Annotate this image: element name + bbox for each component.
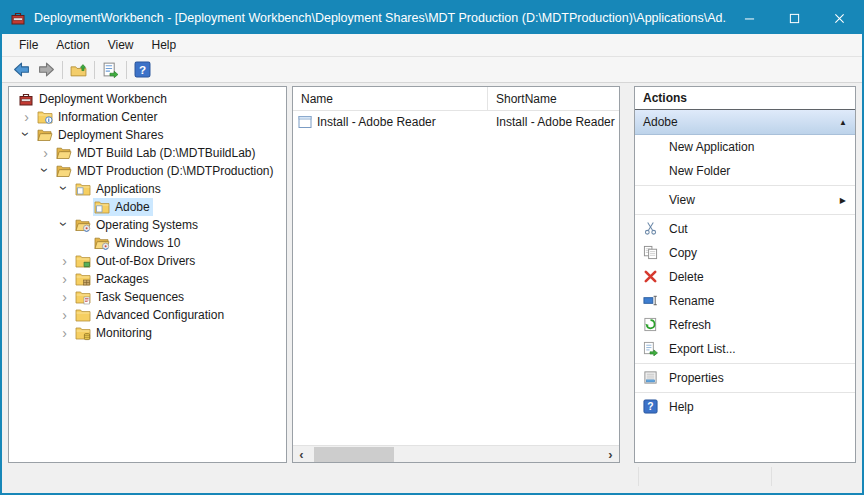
separator <box>94 61 95 79</box>
chevron-right-icon[interactable] <box>55 325 74 341</box>
list-row[interactable]: Install - Adobe Reader Install - Adobe R… <box>293 111 619 132</box>
action-item-label: Refresh <box>663 318 711 332</box>
title-bar[interactable]: DeploymentWorkbench - [Deployment Workbe… <box>2 2 862 34</box>
action-item[interactable]: Export List... ▶ <box>635 337 855 361</box>
chevron-right-icon[interactable] <box>36 145 55 161</box>
chevron-right-icon[interactable] <box>55 271 74 287</box>
toolbar-button[interactable]: ? <box>130 59 155 81</box>
submenu-arrow-icon: ▶ <box>840 196 846 205</box>
action-item[interactable]: ? Help ▶ <box>635 395 855 419</box>
tree-item[interactable]: Advanced Configuration <box>9 306 286 324</box>
chevron-down-icon[interactable] <box>55 181 74 197</box>
tree-item-label: Monitoring <box>96 326 152 340</box>
actions-group-label: Adobe <box>643 115 839 129</box>
action-item[interactable]: Refresh ▶ <box>635 313 855 337</box>
tree-item-label: Operating Systems <box>96 218 198 232</box>
chevron-right-icon[interactable] <box>55 253 74 269</box>
action-item-label: View <box>663 193 695 207</box>
window-button[interactable] <box>817 2 862 34</box>
action-item-label: Rename <box>663 294 714 308</box>
separator <box>62 61 63 79</box>
chevron-placeholder[interactable] <box>74 199 93 215</box>
tree-item-label: Packages <box>96 272 149 286</box>
toolbar-button[interactable] <box>98 59 123 81</box>
list-rows: Install - Adobe Reader Install - Adobe R… <box>293 111 619 132</box>
action-item[interactable]: View ▶ <box>635 188 855 212</box>
action-item[interactable]: Copy ▶ <box>635 241 855 265</box>
action-item[interactable]: New Application ▶ <box>635 135 855 159</box>
column-header-name[interactable]: Name <box>293 87 488 110</box>
console-tree-pane: Deployment Workbench Information Center … <box>8 86 287 463</box>
scrollbar-thumb[interactable] <box>314 447 394 462</box>
rename-icon <box>643 293 663 309</box>
tree-item[interactable]: Windows 10 <box>9 234 286 252</box>
separator <box>635 363 855 364</box>
list-row-name: Install - Adobe Reader <box>317 115 436 129</box>
export-list-icon <box>643 341 663 357</box>
menu-help[interactable]: Help <box>143 35 186 55</box>
action-item[interactable]: Cut ▶ <box>635 217 855 241</box>
menu-action[interactable]: Action <box>47 35 98 55</box>
show-hide-action-pane-icon <box>102 61 119 78</box>
folder-open-icon <box>37 127 53 143</box>
chevron-right-icon[interactable] <box>17 109 36 125</box>
tree-item[interactable]: Deployment Workbench <box>9 90 286 108</box>
action-item[interactable]: New Folder ▶ <box>635 159 855 183</box>
results-pane: Name ShortName Install - Adobe Reader In… <box>292 86 620 463</box>
column-header-shortname[interactable]: ShortName <box>488 87 619 110</box>
tree-item[interactable]: Operating Systems <box>9 216 286 234</box>
maximize-icon <box>789 13 800 24</box>
menu-file[interactable]: File <box>10 35 47 55</box>
folder-packages-icon <box>75 271 91 287</box>
chevron-down-icon[interactable] <box>17 127 36 143</box>
tree-item[interactable]: Packages <box>9 270 286 288</box>
folder-plain-icon <box>75 307 91 323</box>
separator <box>635 214 855 215</box>
chevron-right-icon[interactable] <box>55 289 74 305</box>
separator <box>635 392 855 393</box>
tree-item[interactable]: Monitoring <box>9 324 286 342</box>
action-item[interactable]: Delete ▶ <box>635 265 855 289</box>
help-icon: ? <box>643 399 663 415</box>
workbench-icon <box>18 91 34 107</box>
tree-item-label: Information Center <box>58 110 157 124</box>
action-item-label: Cut <box>663 222 688 236</box>
tree-item[interactable]: Applications <box>9 180 286 198</box>
action-item[interactable]: Properties ▶ <box>635 366 855 390</box>
tree-item[interactable]: MDT Build Lab (D:\MDTBuildLab) <box>9 144 286 162</box>
list-row-shortname: Install - Adobe Reader <box>488 115 619 129</box>
chevron-down-icon[interactable] <box>36 163 55 179</box>
action-item[interactable]: Rename ▶ <box>635 289 855 313</box>
tree-item[interactable]: Adobe <box>9 198 286 216</box>
forward-arrow-icon <box>38 61 55 78</box>
status-bar-divider <box>638 467 639 486</box>
tree-item[interactable]: MDT Production (D:\MDTProduction) <box>9 162 286 180</box>
actions-group-header[interactable]: Adobe ▲ <box>635 110 855 135</box>
window-controls <box>727 2 862 34</box>
tree-item[interactable]: Task Sequences <box>9 288 286 306</box>
chevron-right-icon[interactable] <box>55 307 74 323</box>
scroll-left-arrow-icon[interactable]: ‹ <box>293 446 310 462</box>
tree-item-label: Applications <box>96 182 161 196</box>
close-icon <box>834 13 845 24</box>
tree-item[interactable]: Information Center <box>9 108 286 126</box>
svg-text:?: ? <box>139 63 146 76</box>
toolbar-button[interactable] <box>34 59 59 81</box>
toolbar-button[interactable] <box>9 59 34 81</box>
tree-item[interactable]: Deployment Shares <box>9 126 286 144</box>
folder-os-icon <box>94 235 110 251</box>
chevron-placeholder[interactable] <box>74 235 93 251</box>
scroll-right-arrow-icon[interactable]: › <box>602 446 619 462</box>
window-button[interactable] <box>727 2 772 34</box>
help-icon: ? <box>134 61 151 78</box>
tree-item-label: Deployment Workbench <box>39 92 167 106</box>
delete-icon <box>643 269 663 285</box>
horizontal-scrollbar[interactable]: ‹ › <box>293 445 619 462</box>
tree-item[interactable]: Out-of-Box Drivers <box>9 252 286 270</box>
window-title: DeploymentWorkbench - [Deployment Workbe… <box>34 11 727 25</box>
chevron-up-icon[interactable]: ▲ <box>839 118 847 127</box>
toolbar-button[interactable] <box>66 59 91 81</box>
menu-view[interactable]: View <box>99 35 143 55</box>
window-button[interactable] <box>772 2 817 34</box>
chevron-down-icon[interactable] <box>55 217 74 233</box>
